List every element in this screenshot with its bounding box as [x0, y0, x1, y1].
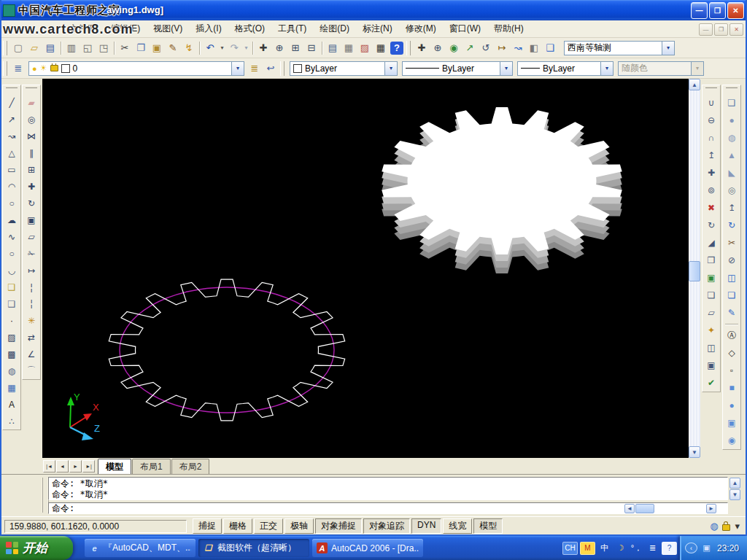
help-icon[interactable]: ? — [390, 42, 403, 55]
lineweight-combo[interactable]: ByLayer ▾ — [517, 61, 614, 76]
tab-prev-icon[interactable]: ◄ — [56, 460, 69, 472]
gouraud-shaded-edges-icon[interactable]: ◉ — [723, 432, 740, 449]
move-icon[interactable]: ✚ — [23, 178, 40, 195]
revolve-icon[interactable]: ↻ — [723, 217, 740, 234]
make-block-icon[interactable]: ❑ — [3, 295, 20, 312]
setup-profile-icon[interactable]: ✎ — [723, 304, 740, 322]
taskbar-task-ie-window[interactable]: e『AutoCAD、MDT、... — [85, 539, 196, 557]
point-icon[interactable]: · — [3, 312, 20, 329]
layer-combo[interactable]: ● ☀ 0 ▾ — [28, 61, 244, 76]
extrude-faces-icon[interactable]: ↥ — [703, 147, 720, 164]
section-icon[interactable]: ⊘ — [723, 252, 740, 269]
separate-icon[interactable]: ◫ — [703, 339, 720, 357]
layer-lock-icon[interactable] — [50, 65, 58, 71]
gear-3d[interactable] — [382, 107, 622, 273]
plot-icon[interactable]: ▥ — [63, 40, 80, 56]
menu-item-10[interactable]: 帮助(H) — [487, 20, 530, 37]
ime-moon-icon[interactable]: ☽ — [614, 542, 627, 554]
restore-button[interactable]: ❐ — [709, 2, 726, 19]
delete-faces-icon[interactable]: ✖ — [703, 199, 720, 217]
ime-pinyin-icon[interactable]: M — [580, 542, 595, 555]
status-toggle-polar[interactable]: 极轴 — [285, 518, 314, 534]
tool-palettes-icon[interactable]: ▨ — [357, 40, 373, 56]
open-file-icon[interactable]: ▱ — [26, 40, 42, 56]
help-center-icon[interactable]: ? — [662, 542, 677, 555]
3d-wireframe-icon[interactable]: ◇ — [723, 344, 740, 362]
toolbar-grip[interactable] — [726, 87, 738, 93]
undo-icon[interactable]: ↶ — [202, 40, 218, 56]
toolbar-grip[interactable] — [3, 61, 7, 76]
status-toggle-otrack[interactable]: 对象追踪 — [363, 518, 410, 534]
mdi-close-button[interactable]: ✕ — [729, 23, 743, 36]
hatch-icon[interactable]: ▨ — [3, 329, 20, 346]
scale-icon[interactable]: ▣ — [23, 211, 40, 228]
erase-icon[interactable]: ▰ — [23, 94, 40, 111]
fillet-icon[interactable]: ⌒ — [23, 362, 40, 379]
status-toggle-snap[interactable]: 捕捉 — [193, 518, 222, 534]
command-scroll-right-icon[interactable]: ► — [706, 504, 716, 513]
imprint-icon[interactable]: ▱ — [703, 304, 720, 322]
designcenter-icon[interactable]: ▦ — [341, 40, 357, 56]
start-button[interactable]: 开始 — [0, 536, 73, 560]
zoom-all-icon[interactable]: ↗ — [462, 40, 478, 56]
pan-realtime-icon[interactable]: ✚ — [255, 40, 271, 56]
flat-shaded-icon[interactable]: ■ — [723, 379, 740, 397]
move-faces-icon[interactable]: ✚ — [703, 164, 720, 182]
line-icon[interactable]: ╱ — [3, 94, 20, 111]
box-icon[interactable]: ❑ — [723, 94, 740, 112]
copy-faces-icon[interactable]: ❐ — [703, 252, 720, 269]
layer-on-icon[interactable]: ● — [32, 64, 37, 73]
extrude-icon[interactable]: ↥ — [723, 199, 740, 217]
chamfer-icon[interactable]: ∠ — [23, 346, 40, 362]
break-at-point-icon[interactable]: ¦ — [23, 279, 40, 295]
menu-item-8[interactable]: 修改(M) — [399, 20, 443, 37]
command-history[interactable]: 命令: *取消*命令: *取消* — [48, 477, 728, 500]
offset-icon[interactable]: ∥ — [23, 144, 40, 161]
save-icon[interactable]: ▤ — [42, 40, 58, 56]
status-toggle-lwt[interactable]: 线宽 — [443, 518, 472, 534]
menu-item-3[interactable]: 插入(I) — [189, 20, 228, 37]
drawing-viewport[interactable]: Y X Z — [42, 79, 689, 458]
chevron-down-icon[interactable]: ▾ — [500, 62, 512, 75]
toolbar-grip[interactable] — [280, 61, 285, 76]
ellipse-icon[interactable]: ○ — [3, 245, 20, 262]
distance-icon[interactable]: ↦ — [494, 40, 510, 56]
properties-palette-icon[interactable]: ▤ — [325, 40, 341, 56]
copy-icon[interactable]: ◎ — [23, 111, 40, 128]
construction-line-icon[interactable]: ↗ — [3, 111, 20, 128]
command-scroll-left-icon[interactable]: ◄ — [624, 504, 635, 513]
ime-softkeyboard-icon[interactable]: ≣ — [646, 542, 659, 554]
toolbar-grip[interactable] — [6, 87, 18, 93]
rectangle-icon[interactable]: ▭ — [3, 161, 20, 178]
arc-icon[interactable]: ◠ — [3, 178, 20, 195]
menu-item-5[interactable]: 工具(T) — [271, 20, 313, 37]
ime-chinese-icon[interactable]: 中 — [597, 542, 611, 554]
communication-center-icon[interactable]: ◍ — [710, 521, 718, 532]
quickcalc-icon[interactable]: ▦ — [373, 40, 389, 56]
toolbar-grip[interactable] — [705, 87, 717, 93]
rotate-icon[interactable]: ↻ — [23, 195, 40, 211]
extend-icon[interactable]: ↦ — [23, 262, 40, 279]
tab-布局2[interactable]: 布局2 — [171, 459, 210, 475]
undo-drop-icon[interactable]: ▾ — [218, 40, 226, 56]
stretch-icon[interactable]: ▱ — [23, 228, 40, 245]
chevron-down-icon[interactable]: ▾ — [231, 62, 244, 75]
menu-item-9[interactable]: 窗口(W) — [443, 20, 487, 37]
color-faces-icon[interactable]: ▣ — [703, 269, 720, 287]
ime-punctuation-icon[interactable]: °， — [630, 542, 643, 554]
status-toggle-model[interactable]: 模型 — [473, 518, 503, 534]
join-icon[interactable]: ⇄ — [23, 329, 40, 346]
layer-properties-manager-icon[interactable]: ≣ — [10, 61, 26, 77]
command-scroll-down-icon[interactable]: ▼ — [729, 489, 740, 500]
zoom-previous-icon[interactable]: ⊟ — [303, 40, 320, 56]
named-views-icon[interactable]: ❑ — [542, 40, 558, 56]
close-button[interactable]: ✕ — [727, 2, 744, 19]
sphere-icon[interactable]: ● — [723, 112, 740, 129]
swivel-icon[interactable]: ↝ — [510, 40, 526, 56]
zoom-icon[interactable]: ⊕ — [430, 40, 446, 56]
vertical-scroll-thumb[interactable] — [689, 261, 700, 281]
region-icon[interactable]: ◍ — [3, 362, 20, 379]
explode-icon[interactable]: ✳ — [23, 312, 40, 329]
tab-next-icon[interactable]: ► — [69, 460, 82, 472]
block-editor-icon[interactable]: ↯ — [181, 40, 197, 56]
